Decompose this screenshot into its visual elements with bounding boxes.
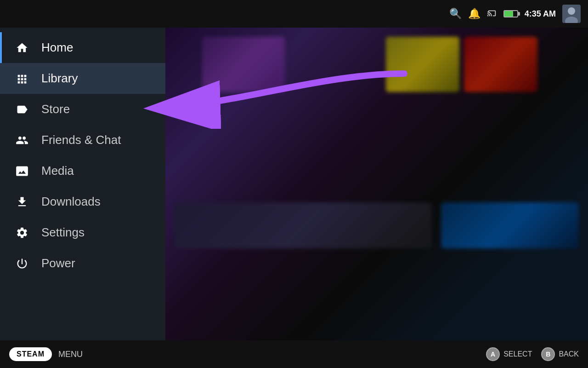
select-label: SELECT: [503, 350, 532, 358]
battery-indicator: [503, 10, 518, 17]
sidebar-item-friends-label: Friends & Chat: [41, 133, 121, 147]
sidebar-item-library[interactable]: Library: [0, 63, 165, 94]
menu-label: MENU: [58, 350, 83, 359]
topbar: 🔍 🔔 4:35 AM: [0, 0, 588, 28]
sidebar-item-friends[interactable]: Friends & Chat: [0, 125, 165, 155]
search-icon[interactable]: 🔍: [449, 8, 462, 20]
power-icon: [14, 257, 30, 270]
avatar[interactable]: [562, 5, 581, 23]
b-button: B: [541, 347, 555, 361]
background-content: [165, 28, 588, 340]
sidebar-item-downloads[interactable]: Downloads: [0, 186, 165, 217]
sidebar-item-library-label: Library: [41, 71, 78, 86]
sidebar-item-power[interactable]: Power: [0, 248, 165, 279]
settings-icon: [14, 226, 30, 239]
store-icon: [14, 103, 30, 116]
bottom-actions: A SELECT B BACK: [486, 347, 579, 361]
clock: 4:35 AM: [525, 9, 556, 19]
home-icon: [14, 41, 30, 54]
sidebar-item-settings[interactable]: Settings: [0, 217, 165, 248]
sidebar-item-home[interactable]: Home: [0, 32, 165, 63]
downloads-icon: [14, 196, 30, 208]
sidebar-item-downloads-label: Downloads: [41, 195, 101, 209]
back-action: B BACK: [541, 347, 579, 361]
cast-icon[interactable]: [487, 7, 497, 20]
media-icon: [14, 165, 30, 178]
sidebar-item-media-label: Media: [41, 164, 74, 178]
sidebar-item-store[interactable]: Store: [0, 94, 165, 125]
sidebar-item-settings-label: Settings: [41, 225, 85, 240]
sidebar-item-home-label: Home: [41, 40, 73, 55]
sidebar-item-media[interactable]: Media: [0, 155, 165, 186]
steam-button[interactable]: STEAM: [9, 347, 52, 361]
sidebar-item-store-label: Store: [41, 102, 70, 116]
select-action: A SELECT: [486, 347, 532, 361]
a-button: A: [486, 347, 500, 361]
notifications-icon[interactable]: 🔔: [468, 8, 481, 20]
svg-point-1: [568, 7, 575, 15]
sidebar-item-power-label: Power: [41, 256, 75, 270]
friends-icon: [14, 134, 30, 147]
back-label: BACK: [559, 350, 579, 358]
sidebar: Home Library Store Friends & Chat: [0, 28, 165, 340]
bottombar: STEAM MENU A SELECT B BACK: [0, 340, 588, 368]
library-icon: [14, 72, 30, 85]
